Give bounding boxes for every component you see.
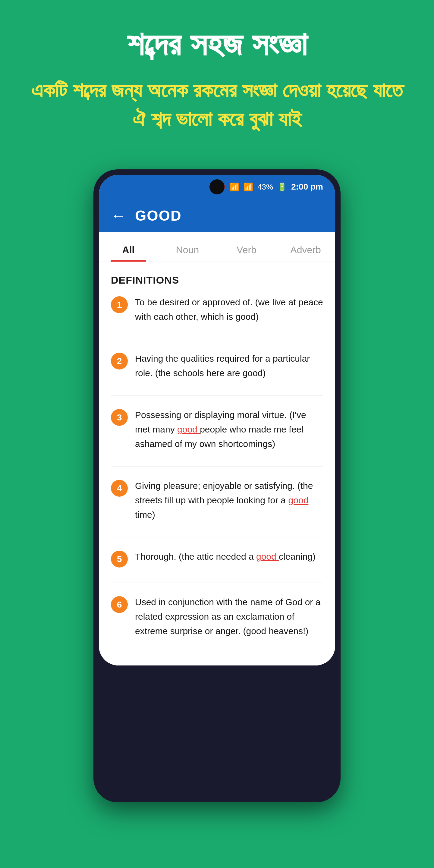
def-text-6: Used in conjunction with the name of God… [135, 595, 323, 638]
tab-all-indicator [111, 260, 146, 261]
definition-item-1: 1 To be desired or approved of. (we live… [111, 295, 323, 324]
tab-bar: All Noun Verb Adverb [99, 232, 335, 262]
definition-item-6: 6 Used in conjunction with the name of G… [111, 595, 323, 638]
def-number-1: 1 [111, 296, 128, 313]
header-section: শব্দের সহজ সংজ্ঞা একটি শব্দের জন্য অনেক … [0, 0, 434, 151]
tab-verb[interactable]: Verb [217, 244, 276, 261]
content-area: DEFINITIONS 1 To be desired or approved … [99, 262, 335, 665]
battery-icon: 🔋 [277, 182, 287, 192]
definition-item-5: 5 Thorough. (the attic needed a good cle… [111, 550, 323, 567]
tab-noun[interactable]: Noun [158, 244, 217, 261]
definition-item-4: 4 Giving pleasure; enjoyable or satisfyi… [111, 478, 323, 522]
divider-4 [111, 537, 323, 537]
def-number-2: 2 [111, 352, 128, 370]
divider-5 [111, 583, 323, 583]
def-text-4: Giving pleasure; enjoyable or satisfying… [135, 478, 323, 522]
wifi-icon: 📶 [230, 182, 239, 192]
tab-adverb[interactable]: Adverb [276, 244, 335, 261]
status-bar: 🔇 📶 📶 43% 🔋 2:00 pm [99, 175, 335, 199]
battery-text: 43% [257, 182, 273, 192]
def-text-5: Thorough. (the attic needed a good clean… [135, 550, 315, 564]
def-text-1: To be desired or approved of. (we live a… [135, 295, 323, 324]
status-time: 2:00 pm [291, 182, 323, 192]
definition-item-3: 3 Possessing or displaying moral virtue.… [111, 408, 323, 451]
definition-item-2: 2 Having the qualities required for a pa… [111, 351, 323, 380]
def-number-3: 3 [111, 409, 128, 426]
tab-adverb-label: Adverb [290, 244, 321, 255]
app-bar-title: GOOD [135, 207, 182, 224]
def-number-4: 4 [111, 480, 128, 497]
tab-verb-label: Verb [237, 244, 256, 255]
def-number-5: 5 [111, 551, 128, 567]
def-text-3: Possessing or displaying moral virtue. (… [135, 408, 323, 451]
divider-1 [111, 339, 323, 339]
camera-cutout [210, 179, 224, 194]
divider-3 [111, 466, 323, 467]
subtitle: একটি শব্দের জন্য অনেক রকমের সংজ্ঞা দেওয়… [30, 76, 404, 133]
highlight-5: good [256, 552, 279, 561]
def-text-2: Having the qualities required for a part… [135, 351, 323, 380]
status-icons: 🔇 📶 📶 43% 🔋 2:00 pm [216, 182, 323, 192]
phone-frame: 🔇 📶 📶 43% 🔋 2:00 pm ← GOOD All [93, 169, 341, 802]
app-bar: ← GOOD [99, 199, 335, 232]
def-number-6: 6 [111, 596, 128, 613]
tab-all-label: All [122, 244, 135, 255]
definitions-title: DEFINITIONS [111, 274, 323, 286]
phone-container: 🔇 📶 📶 43% 🔋 2:00 pm ← GOOD All [93, 169, 341, 802]
highlight-3: good [177, 424, 200, 434]
back-button[interactable]: ← [111, 207, 126, 224]
main-title: শব্দের সহজ সংজ্ঞা [127, 24, 307, 64]
tab-all[interactable]: All [99, 244, 158, 261]
highlight-4: good [288, 495, 309, 505]
phone-screen: 🔇 📶 📶 43% 🔋 2:00 pm ← GOOD All [99, 175, 335, 665]
signal-icon: 📶 [244, 182, 253, 192]
tab-noun-label: Noun [176, 244, 199, 255]
